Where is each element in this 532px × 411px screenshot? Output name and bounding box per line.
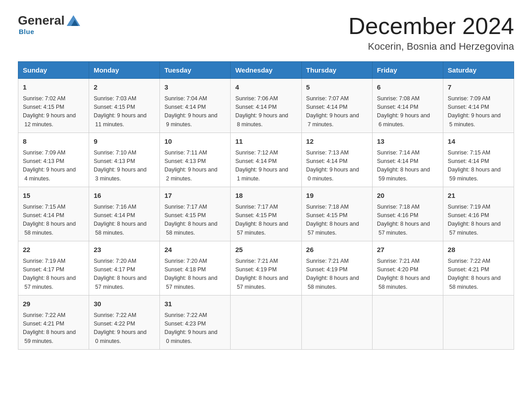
calendar-cell: 22Sunrise: 7:19 AMSunset: 4:17 PMDayligh… (18, 241, 89, 295)
calendar-cell: 12Sunrise: 7:13 AMSunset: 4:14 PMDayligh… (301, 133, 372, 187)
day-info: Sunrise: 7:19 AMSunset: 4:16 PMDaylight:… (448, 203, 509, 238)
title-area: December 2024 Kocerin, Bosnia and Herzeg… (348, 13, 514, 52)
day-number: 8 (23, 137, 84, 147)
calendar-week-row: 22Sunrise: 7:19 AMSunset: 4:17 PMDayligh… (18, 241, 514, 295)
calendar-cell: 16Sunrise: 7:16 AMSunset: 4:14 PMDayligh… (89, 187, 160, 241)
day-number: 24 (164, 245, 226, 255)
day-number: 9 (94, 137, 155, 147)
day-number: 20 (377, 191, 438, 201)
day-number: 29 (23, 299, 84, 309)
calendar-cell: 11Sunrise: 7:12 AMSunset: 4:14 PMDayligh… (231, 133, 301, 187)
calendar-week-row: 29Sunrise: 7:22 AMSunset: 4:21 PMDayligh… (18, 295, 514, 350)
calendar-cell (443, 295, 514, 350)
calendar-cell: 10Sunrise: 7:11 AMSunset: 4:13 PMDayligh… (160, 133, 231, 187)
calendar-cell (372, 295, 443, 350)
calendar-cell: 6Sunrise: 7:08 AMSunset: 4:14 PMDaylight… (372, 79, 443, 133)
day-info: Sunrise: 7:20 AMSunset: 4:18 PMDaylight:… (164, 257, 226, 292)
day-number: 25 (235, 245, 296, 255)
day-info: Sunrise: 7:14 AMSunset: 4:14 PMDaylight:… (377, 149, 438, 184)
day-info: Sunrise: 7:21 AMSunset: 4:20 PMDaylight:… (377, 257, 438, 292)
day-info: Sunrise: 7:09 AMSunset: 4:14 PMDaylight:… (448, 94, 509, 129)
day-number: 4 (235, 82, 296, 93)
calendar-table: SundayMondayTuesdayWednesdayThursdayFrid… (18, 61, 514, 350)
location-subtitle: Kocerin, Bosnia and Herzegovina (348, 41, 514, 52)
day-number: 10 (164, 137, 226, 147)
day-info: Sunrise: 7:21 AMSunset: 4:19 PMDaylight:… (235, 257, 296, 292)
logo-blue-text: Blue (19, 28, 34, 35)
day-number: 5 (306, 82, 368, 93)
calendar-cell: 19Sunrise: 7:18 AMSunset: 4:15 PMDayligh… (301, 187, 372, 241)
day-number: 2 (94, 82, 155, 93)
day-info: Sunrise: 7:21 AMSunset: 4:19 PMDaylight:… (306, 257, 368, 292)
calendar-cell: 25Sunrise: 7:21 AMSunset: 4:19 PMDayligh… (231, 241, 301, 295)
day-info: Sunrise: 7:20 AMSunset: 4:17 PMDaylight:… (94, 257, 155, 292)
day-info: Sunrise: 7:10 AMSunset: 4:13 PMDaylight:… (94, 149, 155, 184)
calendar-cell: 7Sunrise: 7:09 AMSunset: 4:14 PMDaylight… (443, 79, 514, 133)
day-info: Sunrise: 7:22 AMSunset: 4:23 PMDaylight:… (164, 311, 226, 346)
calendar-cell: 1Sunrise: 7:02 AMSunset: 4:15 PMDaylight… (18, 79, 89, 133)
day-info: Sunrise: 7:18 AMSunset: 4:16 PMDaylight:… (377, 203, 438, 238)
calendar-cell: 5Sunrise: 7:07 AMSunset: 4:14 PMDaylight… (301, 79, 372, 133)
day-info: Sunrise: 7:15 AMSunset: 4:14 PMDaylight:… (448, 149, 509, 184)
day-number: 12 (306, 137, 368, 147)
day-number: 18 (235, 191, 296, 201)
day-number: 26 (306, 245, 368, 255)
calendar-cell: 31Sunrise: 7:22 AMSunset: 4:23 PMDayligh… (160, 295, 231, 350)
calendar-cell: 21Sunrise: 7:19 AMSunset: 4:16 PMDayligh… (443, 187, 514, 241)
day-number: 30 (94, 299, 155, 309)
day-number: 11 (235, 137, 296, 147)
calendar-cell: 9Sunrise: 7:10 AMSunset: 4:13 PMDaylight… (89, 133, 160, 187)
day-info: Sunrise: 7:02 AMSunset: 4:15 PMDaylight:… (23, 94, 84, 129)
calendar-cell: 13Sunrise: 7:14 AMSunset: 4:14 PMDayligh… (372, 133, 443, 187)
calendar-cell: 17Sunrise: 7:17 AMSunset: 4:15 PMDayligh… (160, 187, 231, 241)
day-number: 13 (377, 137, 438, 147)
day-number: 14 (448, 137, 509, 147)
day-number: 6 (377, 82, 438, 93)
calendar-cell (301, 295, 372, 350)
calendar-cell: 26Sunrise: 7:21 AMSunset: 4:19 PMDayligh… (301, 241, 372, 295)
day-number: 31 (164, 299, 226, 309)
day-info: Sunrise: 7:15 AMSunset: 4:14 PMDaylight:… (23, 203, 84, 238)
day-info: Sunrise: 7:04 AMSunset: 4:14 PMDaylight:… (164, 94, 226, 129)
day-info: Sunrise: 7:22 AMSunset: 4:21 PMDaylight:… (448, 257, 509, 292)
day-number: 23 (94, 245, 155, 255)
day-info: Sunrise: 7:19 AMSunset: 4:17 PMDaylight:… (23, 257, 84, 292)
day-number: 1 (23, 82, 84, 93)
logo-icon (65, 13, 82, 28)
weekday-header-friday: Friday (372, 62, 443, 79)
day-number: 16 (94, 191, 155, 201)
calendar-cell: 28Sunrise: 7:22 AMSunset: 4:21 PMDayligh… (443, 241, 514, 295)
day-info: Sunrise: 7:08 AMSunset: 4:14 PMDaylight:… (377, 94, 438, 129)
weekday-header-sunday: Sunday (18, 62, 89, 79)
calendar-cell (231, 295, 301, 350)
weekday-header-monday: Monday (89, 62, 160, 79)
day-info: Sunrise: 7:13 AMSunset: 4:14 PMDaylight:… (306, 149, 368, 184)
logo: General Blue (18, 13, 82, 35)
page-header: General Blue December 2024 Kocerin, Bosn… (18, 13, 514, 52)
day-number: 21 (448, 191, 509, 201)
day-number: 7 (448, 82, 509, 93)
day-info: Sunrise: 7:16 AMSunset: 4:14 PMDaylight:… (94, 203, 155, 238)
day-number: 22 (23, 245, 84, 255)
calendar-cell: 2Sunrise: 7:03 AMSunset: 4:15 PMDaylight… (89, 79, 160, 133)
day-info: Sunrise: 7:18 AMSunset: 4:15 PMDaylight:… (306, 203, 368, 238)
logo-general-text: General (18, 13, 64, 28)
calendar-cell: 30Sunrise: 7:22 AMSunset: 4:22 PMDayligh… (89, 295, 160, 350)
day-info: Sunrise: 7:11 AMSunset: 4:13 PMDaylight:… (164, 149, 226, 184)
day-info: Sunrise: 7:17 AMSunset: 4:15 PMDaylight:… (164, 203, 226, 238)
weekday-header-saturday: Saturday (443, 62, 514, 79)
day-info: Sunrise: 7:07 AMSunset: 4:14 PMDaylight:… (306, 94, 368, 129)
calendar-cell: 23Sunrise: 7:20 AMSunset: 4:17 PMDayligh… (89, 241, 160, 295)
weekday-header-tuesday: Tuesday (160, 62, 231, 79)
calendar-cell: 4Sunrise: 7:06 AMSunset: 4:14 PMDaylight… (231, 79, 301, 133)
weekday-header-row: SundayMondayTuesdayWednesdayThursdayFrid… (18, 62, 514, 79)
day-info: Sunrise: 7:17 AMSunset: 4:15 PMDaylight:… (235, 203, 296, 238)
day-info: Sunrise: 7:09 AMSunset: 4:13 PMDaylight:… (23, 149, 84, 184)
calendar-cell: 8Sunrise: 7:09 AMSunset: 4:13 PMDaylight… (18, 133, 89, 187)
day-info: Sunrise: 7:12 AMSunset: 4:14 PMDaylight:… (235, 149, 296, 184)
day-number: 19 (306, 191, 368, 201)
day-info: Sunrise: 7:06 AMSunset: 4:14 PMDaylight:… (235, 94, 296, 129)
day-info: Sunrise: 7:22 AMSunset: 4:21 PMDaylight:… (23, 311, 84, 346)
calendar-cell: 14Sunrise: 7:15 AMSunset: 4:14 PMDayligh… (443, 133, 514, 187)
day-number: 15 (23, 191, 84, 201)
